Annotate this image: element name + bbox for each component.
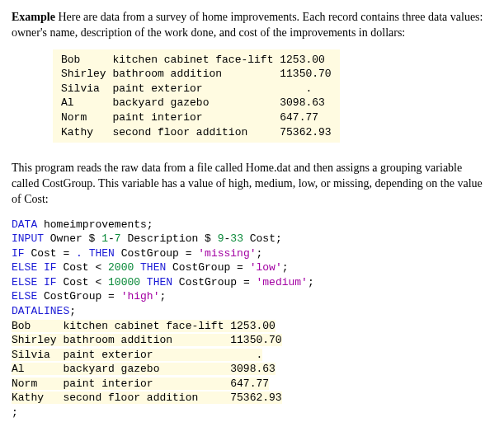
example-intro: Example Here are data from a survey of h… [12, 10, 492, 41]
raw-data-block: Bob kitchen cabinet face-lift 1253.00 Sh… [53, 49, 340, 143]
example-label: Example [12, 11, 55, 23]
para-program-desc: This program reads the raw data from a f… [12, 161, 492, 208]
example-intro-text: Here are data from a survey of home impr… [12, 11, 483, 39]
sas-code-block: DATA homeimprovements; INPUT Owner $ 1-7… [12, 218, 492, 422]
